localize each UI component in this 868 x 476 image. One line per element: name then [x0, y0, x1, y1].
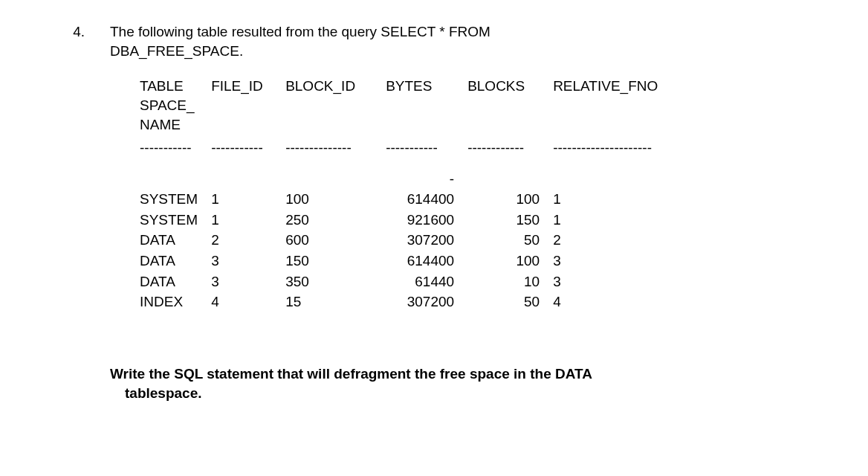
intro-line-1: The following table resulted from the qu… — [110, 24, 490, 39]
cell-file-id: 1 — [211, 210, 285, 231]
cell-tablespace: DATA — [140, 271, 211, 292]
table-header-row: TABLE SPACE_ NAME FILE_ID BLOCK_ID BYTES… — [140, 77, 694, 137]
dash-1: ----------- — [140, 137, 211, 170]
cell-block-id: 100 — [285, 189, 386, 210]
dash-5: ------------ — [467, 137, 553, 170]
table-wrapper: TABLE SPACE_ NAME FILE_ID BLOCK_ID BYTES… — [110, 77, 809, 312]
cell-tablespace: DATA — [140, 230, 211, 251]
cell-blocks: 150 — [467, 210, 553, 231]
header-file-id: FILE_ID — [211, 77, 285, 137]
cell-relative-fno: 3 — [553, 251, 694, 271]
free-space-table: TABLE SPACE_ NAME FILE_ID BLOCK_ID BYTES… — [140, 77, 694, 312]
cell-relative-fno: 4 — [553, 292, 694, 312]
cell-bytes: 614400 — [386, 189, 467, 210]
cell-bytes: 307200 — [386, 230, 467, 251]
cell-tablespace: SYSTEM — [140, 189, 211, 210]
dash-2: ----------- — [211, 137, 285, 170]
dash-6: --------------------- — [553, 137, 694, 170]
dash-3: -------------- — [285, 137, 386, 170]
cell-blocks: 50 — [467, 292, 553, 312]
cell-file-id: 4 — [211, 292, 285, 312]
prompt-line-1: Write the SQL statement that will defrag… — [110, 366, 592, 382]
table-row: DATA 3 150 614400 100 3 — [140, 251, 694, 271]
cell-relative-fno: 1 — [553, 210, 694, 231]
cell-bytes: 307200 — [386, 292, 467, 312]
dash-row: ----------- ----------- -------------- -… — [140, 137, 694, 170]
prompt-line-2: tablespace. — [110, 385, 202, 401]
cell-file-id: 3 — [211, 251, 285, 271]
cell-relative-fno: 1 — [553, 189, 694, 210]
cell-blocks: 10 — [467, 271, 553, 292]
table-body: SYSTEM 1 100 614400 100 1 SYSTEM 1 250 9… — [140, 189, 694, 312]
table-row: SYSTEM 1 100 614400 100 1 — [140, 189, 694, 210]
header-tablespace: TABLE SPACE_ NAME — [140, 77, 211, 137]
cell-block-id: 350 — [285, 271, 386, 292]
cell-tablespace: SYSTEM — [140, 210, 211, 231]
header-relative-fno: RELATIVE_FNO — [553, 77, 694, 137]
cell-block-id: 150 — [285, 251, 386, 271]
cell-blocks: 50 — [467, 230, 553, 251]
dash-4: ----------- — [386, 137, 467, 170]
intro-text: The following table resulted from the qu… — [110, 22, 809, 60]
cell-relative-fno: 2 — [553, 230, 694, 251]
pre-hyphen-cell: - — [386, 170, 467, 189]
header-block-id: BLOCK_ID — [285, 77, 386, 137]
table-row: INDEX 4 15 307200 50 4 — [140, 292, 694, 312]
cell-block-id: 15 — [285, 292, 386, 312]
cell-file-id: 1 — [211, 189, 285, 210]
cell-blocks: 100 — [467, 251, 553, 271]
table-row: SYSTEM 1 250 921600 150 1 — [140, 210, 694, 231]
question-body: The following table resulted from the qu… — [110, 22, 809, 402]
cell-relative-fno: 3 — [553, 271, 694, 292]
intro-line-2: DBA_FREE_SPACE. — [110, 43, 243, 59]
header-bytes: BYTES — [386, 77, 467, 137]
cell-block-id: 250 — [285, 210, 386, 231]
cell-file-id: 2 — [211, 230, 285, 251]
cell-bytes: 614400 — [386, 251, 467, 271]
cell-bytes: 921600 — [386, 210, 467, 231]
cell-file-id: 3 — [211, 271, 285, 292]
question-container: 4. The following table resulted from the… — [67, 22, 809, 402]
question-number: 4. — [67, 22, 85, 42]
cell-tablespace: INDEX — [140, 292, 211, 312]
answer-prompt: Write the SQL statement that will defrag… — [110, 364, 809, 402]
table-row: DATA 2 600 307200 50 2 — [140, 230, 694, 251]
table-row: DATA 3 350 61440 10 3 — [140, 271, 694, 292]
cell-bytes: 61440 — [386, 271, 467, 292]
cell-block-id: 600 — [285, 230, 386, 251]
pre-hyphen-row: - — [140, 170, 694, 189]
cell-tablespace: DATA — [140, 251, 211, 271]
cell-blocks: 100 — [467, 189, 553, 210]
header-blocks: BLOCKS — [467, 77, 553, 137]
